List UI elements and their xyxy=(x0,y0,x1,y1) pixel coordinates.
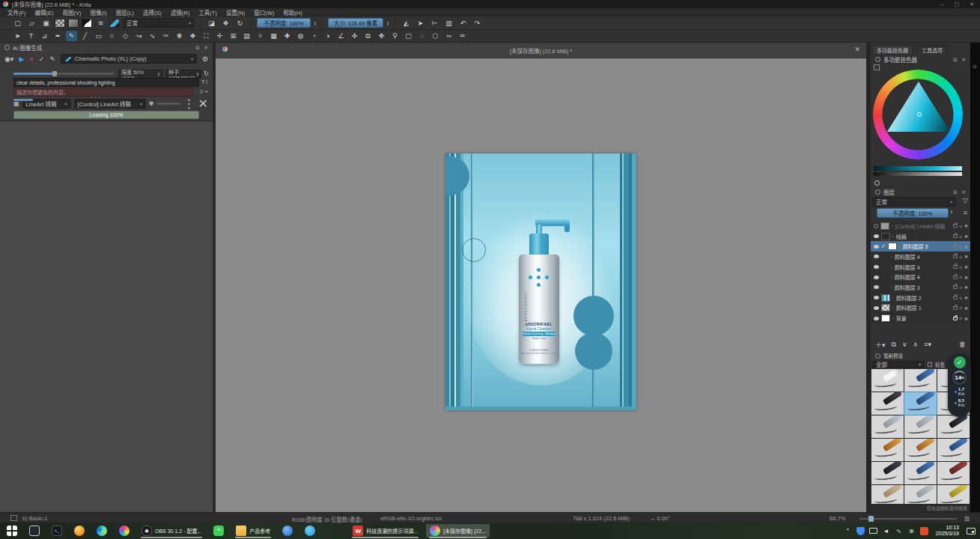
layer-properties-icon[interactable]: ✱ xyxy=(964,264,968,270)
apply-button[interactable]: ✓ xyxy=(39,55,45,63)
defender-shield-icon[interactable] xyxy=(856,527,865,535)
text-settings-icon[interactable]: T↕ xyxy=(201,79,208,85)
document-close-icon[interactable]: ✕ xyxy=(854,46,860,53)
net-speed-widget[interactable]: ✓ 14% 1.7K/s 8.5K/s xyxy=(948,353,971,417)
layer-visibility-icon[interactable] xyxy=(874,296,879,299)
brush-preset-tile[interactable] xyxy=(871,392,904,415)
layer-opacity-spinner[interactable]: ▲▼ xyxy=(950,210,953,214)
layer-visibility-icon[interactable] xyxy=(874,265,879,269)
layer-lock-icon[interactable] xyxy=(953,255,958,258)
status-rotation[interactable]: ↔ 0.00° xyxy=(650,515,670,522)
brush-preset-tile[interactable] xyxy=(871,369,904,392)
layer-alpha-icon[interactable]: α xyxy=(960,316,962,320)
generate-menu-icon[interactable]: ◉▾ xyxy=(4,55,13,63)
layer-lock-icon[interactable] xyxy=(953,306,958,310)
crop-tool[interactable]: ⊞ xyxy=(228,31,239,41)
orange-ball-app[interactable] xyxy=(70,524,88,538)
layer-alpha-icon[interactable]: α xyxy=(960,275,962,279)
tab-tool-options[interactable]: 工具选项 xyxy=(917,45,947,54)
obs-window[interactable]: ◉OBS 30.1.2 - 配置... xyxy=(138,524,205,538)
brush-tag-dropdown[interactable]: 全部▾ xyxy=(872,361,925,368)
magnetic-select-tool[interactable]: ♒ xyxy=(457,31,468,41)
polygon-select-tool[interactable]: ⬡ xyxy=(430,31,441,41)
layer-row[interactable]: ⁿ颜料图层 3α✱ xyxy=(871,282,970,293)
fg-bg-colors-chip[interactable] xyxy=(82,19,92,28)
layer-properties-icon[interactable]: ✱ xyxy=(964,223,968,228)
layer-row[interactable]: ⁿ背景α✱ xyxy=(871,313,970,323)
layer-row[interactable]: ⁿ颜料图层 1α✱ xyxy=(871,303,970,314)
opacity-slider[interactable]: 不透明度: 100% xyxy=(257,18,311,28)
layer-visibility-icon[interactable] xyxy=(874,245,879,249)
select-shapes-tool[interactable]: ➤ xyxy=(12,31,23,41)
menu-item-工具(T)[interactable]: 工具(T) xyxy=(198,8,217,16)
prompt-input[interactable]: clear details, professional shooting lig… xyxy=(13,78,199,87)
display-tray-icon[interactable] xyxy=(869,528,877,534)
transform-tool[interactable]: ⛶ xyxy=(201,31,212,41)
reseed-icon[interactable]: ↻ xyxy=(204,70,209,77)
zoom-slider-handle[interactable] xyxy=(868,516,874,522)
settings-gear-icon[interactable]: ⚙ xyxy=(202,55,208,63)
close-button[interactable]: ✕ xyxy=(970,1,974,7)
layer-alpha-icon[interactable]: α xyxy=(960,234,962,239)
layer-properties-icon[interactable]: ✱ xyxy=(964,284,968,290)
edit-shapes-tool[interactable]: ⊿ xyxy=(39,31,50,41)
brush-preset-tile[interactable] xyxy=(904,462,937,484)
bezier-curve-tool[interactable]: ∿ xyxy=(147,31,158,41)
freehand-path-tool[interactable]: ✑ xyxy=(160,31,171,41)
layer-properties-icon[interactable]: ✱ xyxy=(964,305,968,311)
control-strength-slider[interactable] xyxy=(156,103,180,105)
reference-images-tool[interactable]: ⧉ xyxy=(362,31,374,41)
ellipse-select-tool[interactable]: ◌ xyxy=(416,31,427,41)
layer-properties-icon[interactable]: ✱ xyxy=(964,234,968,239)
layer-alpha-icon[interactable]: α xyxy=(960,244,962,249)
zoom-tool[interactable]: ⚲ xyxy=(389,31,401,41)
delete-layer-button[interactable]: 🗑 xyxy=(959,341,966,348)
menu-item-滤镜(R)[interactable]: 滤镜(R) xyxy=(171,8,189,16)
pan-tool[interactable]: ✥ xyxy=(376,31,387,41)
float-docker-icon[interactable]: ⧉ xyxy=(953,189,957,195)
brush-preset-tile[interactable] xyxy=(904,415,937,438)
rectangle-tool[interactable]: ▭ xyxy=(93,31,104,41)
pattern-chip[interactable] xyxy=(55,19,65,28)
layer-lock-icon[interactable] xyxy=(953,296,958,299)
strength-slider[interactable] xyxy=(13,73,115,75)
text-tool[interactable]: T xyxy=(25,31,37,41)
layer-opacity-slider[interactable]: 不透明度: 100% xyxy=(877,208,949,218)
brush-editor-chip[interactable] xyxy=(109,19,120,28)
hidden-docker-icon[interactable]: ⊘ xyxy=(973,64,977,70)
opacity-spinner[interactable]: ▲▼ xyxy=(314,21,317,25)
layer-lock-icon[interactable] xyxy=(953,245,958,249)
status-zoom-value[interactable]: 66.7% xyxy=(830,515,845,522)
pattern-edit-tool[interactable]: ▦ xyxy=(268,31,279,41)
control-strength-icon[interactable]: ✾ xyxy=(149,100,154,107)
layer-visibility-icon[interactable] xyxy=(874,255,879,258)
last-color-swatch[interactable] xyxy=(874,180,880,186)
gradient-editor-icon[interactable]: ≋ xyxy=(95,18,106,28)
undo-icon[interactable]: ↶ xyxy=(457,18,469,28)
layer-visibility-icon[interactable] xyxy=(874,317,879,320)
proxy-tray-icon[interactable]: ∿ xyxy=(895,527,903,535)
eraser-mode-icon[interactable]: ◪ xyxy=(206,18,217,28)
brush-preset-tile[interactable] xyxy=(871,415,904,438)
move-layer-up-button[interactable]: ∧ xyxy=(913,341,919,348)
colorize-mask-tool[interactable]: ◑ xyxy=(322,31,333,41)
layer-properties-icon[interactable]: ✱ xyxy=(964,275,968,280)
maximize-button[interactable]: ▢ xyxy=(955,1,960,7)
size-spinner[interactable]: ▲▼ xyxy=(386,21,389,25)
layer-properties-icon[interactable]: ✱ xyxy=(964,244,968,249)
start-button[interactable] xyxy=(3,524,21,538)
layer-visibility-icon[interactable] xyxy=(874,275,879,279)
layer-alpha-icon[interactable]: α xyxy=(960,296,962,300)
tab-advanced-color-selector[interactable]: 多功能拾色器 xyxy=(872,45,913,54)
color-sampler-tool[interactable]: ✧ xyxy=(255,31,266,41)
generate-button[interactable]: ▶ xyxy=(19,55,24,63)
menu-item-图层(L)[interactable]: 图层(L) xyxy=(116,8,134,16)
mirror-horizontal-icon[interactable]: ◭ xyxy=(401,18,412,28)
new-document-icon[interactable]: ▢ xyxy=(12,18,23,28)
negative-prompt-input[interactable]: 描述你想避免的内容。 xyxy=(13,88,193,97)
preserve-alpha-icon[interactable]: ❖ xyxy=(220,18,231,28)
wrap-around-icon[interactable]: ▥ xyxy=(443,18,454,28)
add-region-icon[interactable]: ☺+ xyxy=(198,88,208,95)
task-view-button[interactable] xyxy=(25,524,43,538)
canvas-area[interactable]: [未保存图像] (22.6 MiB) * ✕ xyxy=(216,43,866,512)
